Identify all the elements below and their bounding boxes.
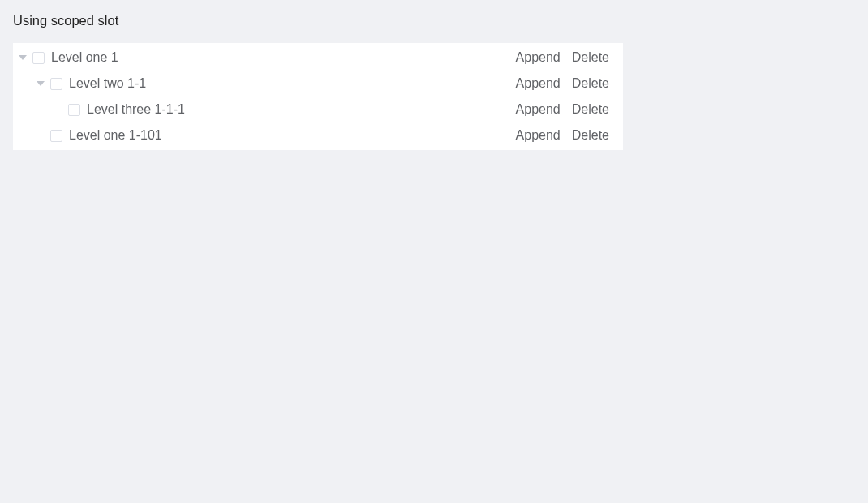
tree-node-checkbox[interactable]	[50, 130, 62, 142]
append-button[interactable]: Append	[510, 71, 566, 97]
tree-node-checkbox[interactable]	[50, 78, 62, 90]
tree-node-checkbox[interactable]	[68, 104, 80, 116]
tree-node[interactable]: Level two 1-1 Append Delete	[13, 71, 623, 97]
append-button[interactable]: Append	[510, 97, 566, 123]
delete-button[interactable]: Delete	[566, 123, 615, 148]
delete-button[interactable]: Delete	[566, 45, 615, 71]
tree-node-label: Level three 1-1-1	[87, 97, 185, 123]
delete-button[interactable]: Delete	[566, 97, 615, 123]
append-button[interactable]: Append	[510, 45, 566, 71]
tree-node[interactable]: Level one 1-101 Append Delete	[13, 123, 623, 148]
tree-node-actions: Append Delete	[510, 97, 617, 123]
append-button[interactable]: Append	[510, 123, 566, 148]
section-title: Using scoped slot	[13, 11, 855, 30]
tree-node-actions: Append Delete	[510, 45, 617, 71]
chevron-down-icon[interactable]	[31, 80, 50, 88]
tree-node-actions: Append Delete	[510, 71, 617, 97]
svg-marker-0	[19, 55, 27, 60]
tree-node-label: Level one 1	[51, 45, 118, 71]
tree-panel: Level one 1 Append Delete Level two 1-1 …	[13, 43, 623, 150]
tree-node-label: Level one 1-101	[69, 123, 162, 148]
tree-node[interactable]: Level one 1 Append Delete	[13, 45, 623, 71]
tree-node-actions: Append Delete	[510, 123, 617, 148]
tree-node[interactable]: Level three 1-1-1 Append Delete	[13, 97, 623, 123]
chevron-down-icon[interactable]	[13, 54, 32, 62]
tree-node-label: Level two 1-1	[69, 71, 146, 97]
tree-node-checkbox[interactable]	[32, 52, 45, 64]
delete-button[interactable]: Delete	[566, 71, 615, 97]
svg-marker-1	[37, 81, 45, 86]
